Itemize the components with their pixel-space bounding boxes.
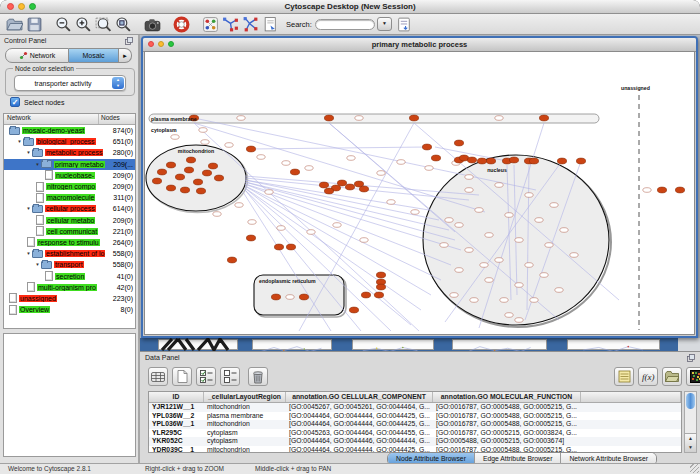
node[interactable] xyxy=(467,157,476,163)
node-unselected[interactable] xyxy=(515,283,523,288)
node-unselected[interactable] xyxy=(535,218,543,223)
tree-item-unassigned[interactable]: unassigned223(0) xyxy=(4,293,135,304)
node-unselected[interactable] xyxy=(555,288,563,293)
network-view-window[interactable]: primary metabolic process plasma membran… xyxy=(141,36,698,338)
tree-item-overview[interactable]: Overview8(0) xyxy=(4,304,135,315)
tree-item-secretion[interactable]: secretion41(0) xyxy=(4,270,135,281)
node[interactable] xyxy=(477,158,486,164)
node-unselected[interactable] xyxy=(495,116,503,121)
node-unselected[interactable] xyxy=(495,183,503,188)
tree-item-transport[interactable]: ▼transport558(0) xyxy=(4,259,135,270)
node-unselected[interactable] xyxy=(360,238,368,243)
node-unselected[interactable] xyxy=(455,268,463,273)
apply-layout-2-icon[interactable] xyxy=(242,16,259,33)
tree-item-multi-organism-pro[interactable]: multi-organism pro42(0) xyxy=(4,282,135,293)
edge[interactable] xyxy=(245,184,451,265)
tree-item-nitrogen-compo[interactable]: nitrogen compo209(0) xyxy=(4,181,135,192)
tree-item-mosaic-demo-yeast[interactable]: mosaic-demo-yeast874(0) xyxy=(4,125,135,136)
help-lifebuoy-icon[interactable] xyxy=(173,16,190,33)
node-unselected[interactable] xyxy=(445,218,453,223)
node-unselected[interactable] xyxy=(397,160,405,165)
tree-item-biological-process[interactable]: ▼biological_process651(0) xyxy=(4,136,135,147)
node[interactable] xyxy=(175,174,184,180)
node-unselected[interactable] xyxy=(347,156,355,161)
node-unselected[interactable] xyxy=(455,223,463,228)
node-unselected[interactable] xyxy=(307,230,315,235)
node[interactable] xyxy=(361,292,370,298)
node-unselected[interactable] xyxy=(475,208,483,213)
node[interactable] xyxy=(290,169,299,175)
node-unselected[interactable] xyxy=(540,273,548,278)
zoom-fit-icon[interactable] xyxy=(95,16,112,33)
node[interactable] xyxy=(157,169,166,175)
node[interactable] xyxy=(431,155,440,161)
more-tabs-arrow-button[interactable]: ► xyxy=(119,48,132,63)
tree-item-cell-communicat[interactable]: cell communicat221(0) xyxy=(4,226,135,237)
node-color-dropdown[interactable]: transporter activity ▲▼ xyxy=(14,75,126,91)
expand-triangle-icon[interactable]: ▼ xyxy=(34,262,41,267)
node-unselected[interactable] xyxy=(480,263,488,268)
import-attributes-folder-button[interactable] xyxy=(662,367,682,386)
node-unselected[interactable] xyxy=(515,318,523,323)
open-folder-icon[interactable] xyxy=(6,16,23,33)
tree-column-network[interactable]: Network xyxy=(4,114,99,124)
node[interactable] xyxy=(349,307,358,313)
background-window-fragment[interactable] xyxy=(452,339,547,350)
node[interactable] xyxy=(657,187,666,193)
node[interactable] xyxy=(166,162,175,168)
tree-item-metabolic-process[interactable]: ▼metabolic process280(0) xyxy=(4,147,135,158)
node[interactable] xyxy=(486,158,495,164)
node-unselected[interactable] xyxy=(305,166,313,171)
node[interactable] xyxy=(246,235,255,241)
edge[interactable] xyxy=(299,123,414,331)
float-panel-icon[interactable] xyxy=(125,37,133,45)
node-unselected[interactable] xyxy=(425,166,433,171)
node-unselected[interactable] xyxy=(560,228,568,233)
node[interactable] xyxy=(337,180,346,186)
annotation-page-icon[interactable] xyxy=(262,16,279,33)
delete-attribute-trash-button[interactable] xyxy=(248,367,268,386)
node-unselected[interactable] xyxy=(550,203,558,208)
birdseye-view-panel[interactable] xyxy=(3,333,136,457)
column-header-go-cellular-component[interactable]: annotation.GO CELLULAR_COMPONENT xyxy=(286,392,433,402)
create-attribute-button[interactable] xyxy=(172,367,192,386)
node-unselected[interactable] xyxy=(643,188,651,193)
network-graph[interactable]: plasma membranecytoplasmmitochondrionnuc… xyxy=(145,52,698,337)
node-unselected[interactable] xyxy=(465,175,473,180)
unselect-all-rows-button[interactable] xyxy=(220,367,240,386)
node-unselected[interactable] xyxy=(201,140,209,145)
node[interactable] xyxy=(409,115,418,121)
node-unselected[interactable] xyxy=(500,298,508,303)
column-header-go-molecular-function[interactable]: annotation.GO MOLECULAR_FUNCTION xyxy=(433,392,581,402)
expand-triangle-icon[interactable]: ▼ xyxy=(25,150,32,155)
select-nodes-checkbox[interactable]: ✓ xyxy=(10,97,20,107)
tree-item-macromolecule[interactable]: macromolecule311(0) xyxy=(4,192,135,203)
node-unselected[interactable] xyxy=(545,243,553,248)
tree-item-nucleobase-[interactable]: nucleobase-209(0) xyxy=(4,170,135,181)
tree-item-primary-metabo[interactable]: ▼primary metabo209(... xyxy=(4,159,135,170)
node[interactable] xyxy=(214,175,223,181)
node[interactable] xyxy=(319,182,328,188)
tab-network[interactable]: Network xyxy=(5,48,69,63)
attribute-batch-editor-button[interactable] xyxy=(614,367,634,386)
node[interactable] xyxy=(557,158,566,164)
node-unselected[interactable] xyxy=(265,190,273,195)
node[interactable] xyxy=(539,115,548,121)
table-row[interactable]: YPL036W__1mitochondrion[GO:0044464, GO:0… xyxy=(149,420,681,429)
scrollbar-arrows[interactable]: ▲▼ xyxy=(685,433,696,452)
select-all-rows-button[interactable] xyxy=(196,367,216,386)
node-unselected[interactable] xyxy=(465,248,473,253)
zoom-in-icon[interactable] xyxy=(75,16,92,33)
node[interactable] xyxy=(376,284,385,290)
table-row[interactable]: YLR295Ccytoplasm[GO:0045263, GO:0044464,… xyxy=(149,429,681,438)
tree-item-cellular-metabo[interactable]: cellular metabo209(0) xyxy=(4,215,135,226)
float-panel-icon[interactable] xyxy=(687,354,695,362)
node[interactable] xyxy=(509,157,518,163)
search-combo-button[interactable]: ▼ xyxy=(377,17,392,31)
node-unselected[interactable] xyxy=(525,263,533,268)
node[interactable] xyxy=(454,140,463,146)
node[interactable] xyxy=(152,178,161,184)
tree-item-establishment-of-lo[interactable]: ▼establishment of lo558(0) xyxy=(4,248,135,259)
search-options-page-icon[interactable] xyxy=(396,16,413,33)
mitochondrion-compartment[interactable] xyxy=(146,145,246,211)
